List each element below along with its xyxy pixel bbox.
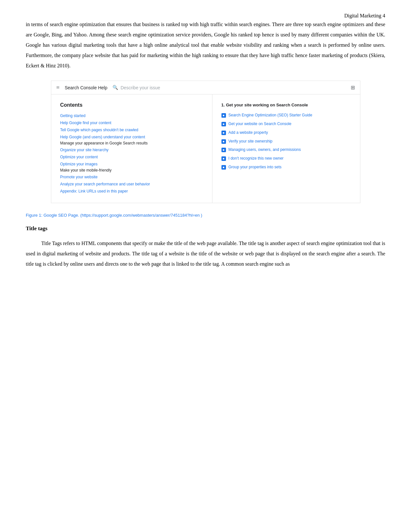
tell-google-link[interactable]: Tell Google which pages shouldn't be cra… bbox=[60, 128, 138, 132]
widget-title: Search Console Help bbox=[65, 85, 107, 90]
promote-website-link[interactable]: Promote your website bbox=[60, 175, 98, 179]
list-icon: ■ bbox=[221, 139, 226, 144]
list-item[interactable]: ■ Group your properties into sets bbox=[221, 164, 351, 170]
contents-title: Contents bbox=[60, 102, 203, 108]
list-icon: ■ bbox=[221, 122, 226, 126]
list-item[interactable]: ■ Managing users, owners, and permission… bbox=[221, 147, 351, 153]
verify-ownership-link[interactable]: Verify your site ownership bbox=[229, 139, 273, 144]
getting-started-link[interactable]: Getting started bbox=[60, 113, 86, 118]
widget-body: Contents Getting started Help Google fin… bbox=[51, 94, 360, 203]
managing-users-link[interactable]: Managing users, owners, and permissions bbox=[229, 147, 301, 153]
search-console-widget: ≡ Search Console Help 🔍 Describe your is… bbox=[51, 81, 360, 203]
list-item[interactable]: ■ Get your website on Search Console bbox=[221, 121, 351, 127]
list-item[interactable]: Analyze your search performance and user… bbox=[60, 181, 203, 187]
help-google-find-link[interactable]: Help Google find your content bbox=[60, 121, 112, 125]
page-number: Digital Marketing 4 bbox=[344, 13, 385, 19]
list-icon: ■ bbox=[221, 156, 226, 161]
list-item[interactable]: ■ Search Engine Optimization (SEO) Start… bbox=[221, 113, 351, 118]
right-section-title: 1. Get your site working on Search Conso… bbox=[221, 102, 351, 108]
get-website-link[interactable]: Get your website on Search Console bbox=[229, 121, 291, 127]
group-properties-link[interactable]: Group your properties into sets bbox=[229, 164, 282, 170]
appendix-link[interactable]: Appendix: Link URLs used in this paper bbox=[60, 189, 128, 193]
list-icon: ■ bbox=[221, 165, 226, 170]
list-item[interactable]: Appendix: Link URLs used in this paper bbox=[60, 188, 203, 194]
menu-icon[interactable]: ≡ bbox=[56, 84, 60, 91]
search-icon: 🔍 bbox=[113, 85, 118, 90]
list-icon: ■ bbox=[221, 148, 226, 152]
list-item[interactable]: ■ Verify your site ownership bbox=[221, 139, 351, 144]
list-item[interactable]: Optimize your content bbox=[60, 154, 203, 160]
list-item[interactable]: ■ Add a website property bbox=[221, 130, 351, 135]
contents-list: Getting started Help Google find your co… bbox=[60, 113, 203, 194]
list-item[interactable]: Help Google find your content bbox=[60, 120, 203, 125]
organize-site-link[interactable]: Organize your site hierarchy bbox=[60, 148, 109, 152]
figure-caption: Figure 1: Google SEO Page. (https://supp… bbox=[26, 213, 385, 218]
body-paragraph-1: in terms of search engine optimization t… bbox=[26, 19, 385, 71]
widget-header: ≡ Search Console Help 🔍 Describe your is… bbox=[51, 81, 360, 94]
analyze-performance-link[interactable]: Analyze your search performance and user… bbox=[60, 182, 150, 186]
list-item[interactable]: ■ I don't recognize this new owner bbox=[221, 156, 351, 161]
list-item[interactable]: Tell Google which pages shouldn't be cra… bbox=[60, 127, 203, 133]
section-heading: Title tags bbox=[26, 225, 385, 232]
list-item: Make your site mobile-friendly bbox=[60, 168, 203, 172]
list-item[interactable]: Organize your site hierarchy bbox=[60, 147, 203, 153]
body-paragraph-2: Title Tags refers to HTML components tha… bbox=[26, 238, 385, 269]
search-placeholder: Describe your issue bbox=[121, 85, 160, 90]
list-item[interactable]: Help Google (and users) understand your … bbox=[60, 134, 203, 140]
list-item[interactable]: Optimize your images bbox=[60, 161, 203, 167]
list-item[interactable]: Promote your website bbox=[60, 174, 203, 180]
list-item[interactable]: Getting started bbox=[60, 113, 203, 118]
search-bar[interactable]: 🔍 Describe your issue bbox=[113, 85, 346, 90]
list-item: Manage your appearance in Google Search … bbox=[60, 141, 203, 145]
optimize-content-link[interactable]: Optimize your content bbox=[60, 155, 98, 159]
grid-icon[interactable]: ⊞ bbox=[351, 84, 355, 91]
widget-right-panel: 1. Get your site working on Search Conso… bbox=[212, 94, 360, 203]
dont-recognize-link[interactable]: I don't recognize this new owner bbox=[229, 156, 284, 161]
widget-left-panel: Contents Getting started Help Google fin… bbox=[51, 94, 212, 203]
list-icon: ■ bbox=[221, 131, 226, 135]
right-items-list: ■ Search Engine Optimization (SEO) Start… bbox=[221, 113, 351, 170]
optimize-images-link[interactable]: Optimize your images bbox=[60, 162, 98, 166]
add-property-link[interactable]: Add a website property bbox=[229, 130, 268, 135]
list-icon: ■ bbox=[221, 113, 226, 118]
help-google-understand-link[interactable]: Help Google (and users) understand your … bbox=[60, 135, 145, 139]
page: Digital Marketing 4 in terms of search e… bbox=[0, 0, 411, 532]
seo-starter-link[interactable]: Search Engine Optimization (SEO) Starter… bbox=[229, 113, 312, 118]
